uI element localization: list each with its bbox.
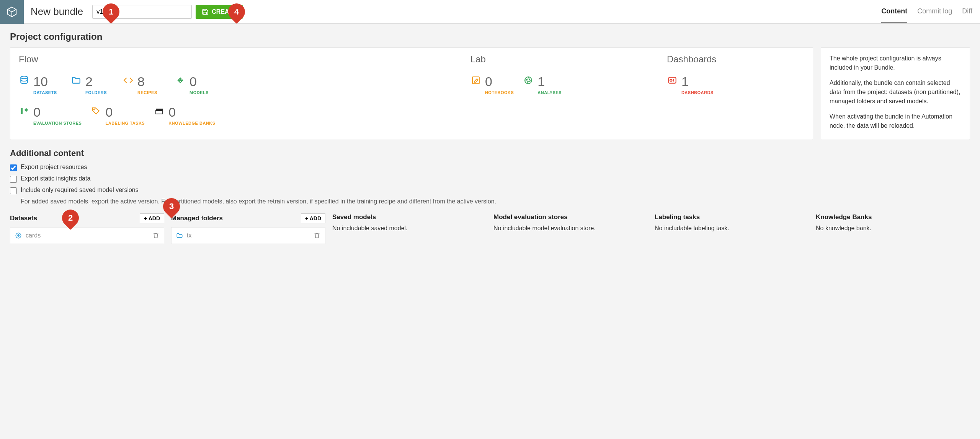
config-card: Flow 10DATASETS 2FOLDERS 8 xyxy=(10,47,813,140)
upload-icon xyxy=(15,232,22,239)
col-knowledge-empty: No knowledge bank. xyxy=(816,225,970,232)
col-models-title: Saved models xyxy=(332,213,376,221)
svg-rect-6 xyxy=(24,108,28,112)
svg-point-2 xyxy=(178,78,180,80)
content-area: Project configuration Flow 10DATASETS xyxy=(0,24,980,252)
stat-recipes: 8RECIPES xyxy=(123,75,166,95)
svg-point-4 xyxy=(180,81,181,82)
col-saved-models: Saved models No includable saved model. xyxy=(332,213,487,244)
tab-content[interactable]: Content xyxy=(881,0,907,23)
dashboard-icon xyxy=(667,75,678,86)
svg-rect-9 xyxy=(156,111,163,114)
save-icon xyxy=(202,8,209,15)
svg-rect-8 xyxy=(156,109,163,110)
svg-point-7 xyxy=(94,109,95,110)
group-lab: Lab 0NOTEBOOKS 1ANALYSES xyxy=(470,54,667,125)
header-bar: New bundle CREATE Content Commit log Dif… xyxy=(0,0,980,24)
col-knowledge: Knowledge Banks No knowledge bank. xyxy=(816,213,970,244)
add-folder-button[interactable]: + ADD xyxy=(301,213,325,223)
group-dashboards-title: Dashboards xyxy=(667,54,804,65)
col-labeling-empty: No includable labeling task. xyxy=(655,225,809,232)
checkbox-include-models-input[interactable] xyxy=(10,187,17,194)
info-card: The whole project configuration is alway… xyxy=(821,47,970,140)
group-lab-title: Lab xyxy=(470,54,667,65)
tab-diff[interactable]: Diff xyxy=(962,0,972,23)
tag-icon xyxy=(91,106,101,116)
folder-item: tx xyxy=(171,227,325,244)
tab-commit-log[interactable]: Commit log xyxy=(917,0,952,23)
edit-icon xyxy=(470,75,481,86)
eval-icon xyxy=(19,106,29,116)
stats-groups: Flow 10DATASETS 2FOLDERS 8 xyxy=(19,54,804,125)
svg-point-13 xyxy=(670,79,672,81)
info-p3: When activating the bundle in the Automa… xyxy=(830,112,961,130)
folder-icon xyxy=(71,75,82,86)
page-title: New bundle xyxy=(31,6,83,18)
svg-rect-1 xyxy=(177,77,183,83)
group-dashboards: Dashboards 1DASHBOARDS xyxy=(667,54,804,125)
col-labeling-title: Labeling tasks xyxy=(655,213,700,221)
col-eval-empty: No includable model evaluation store. xyxy=(493,225,648,232)
info-p2: Additionally, the bundle can contain sel… xyxy=(830,78,961,106)
bottom-columns: Datasets + ADD cards Managed folders + A… xyxy=(10,213,970,244)
col-folders-title: Managed folders xyxy=(171,215,223,222)
svg-point-3 xyxy=(181,78,182,80)
add-dataset-button[interactable]: + ADD xyxy=(140,213,164,223)
stat-eval-stores: 0EVALUATION STORES xyxy=(19,106,82,125)
callout-4: 4 xyxy=(225,0,248,24)
svg-point-0 xyxy=(21,76,27,79)
section-title-project-config: Project configuration xyxy=(10,31,970,42)
trash-icon[interactable] xyxy=(314,232,320,239)
folder-icon xyxy=(176,232,183,239)
section-title-additional: Additional content xyxy=(10,148,970,158)
dataset-item-label: cards xyxy=(26,232,41,239)
database-icon xyxy=(19,75,29,86)
col-knowledge-title: Knowledge Banks xyxy=(816,213,872,221)
svg-rect-5 xyxy=(21,108,23,114)
col-folders: Managed folders + ADD tx xyxy=(171,213,325,244)
folder-item-label: tx xyxy=(187,232,191,239)
stat-datasets: 10DATASETS xyxy=(19,75,62,95)
diamond-icon xyxy=(175,75,186,86)
stat-dashboards: 1DASHBOARDS xyxy=(667,75,714,95)
aperture-icon xyxy=(523,75,534,86)
col-labeling: Labeling tasks No includable labeling ta… xyxy=(655,213,809,244)
trash-icon[interactable] xyxy=(152,232,159,239)
stat-labeling: 0LABELING TASKS xyxy=(91,106,145,125)
col-datasets: Datasets + ADD cards xyxy=(10,213,164,244)
checkbox-export-insights[interactable]: Export static insights data xyxy=(10,175,970,183)
callout-1: 1 xyxy=(99,0,123,24)
dataset-item: cards xyxy=(10,227,164,244)
stat-analyses: 1ANALYSES xyxy=(523,75,566,95)
group-flow: Flow 10DATASETS 2FOLDERS 8 xyxy=(19,54,470,125)
stat-notebooks: 0NOTEBOOKS xyxy=(470,75,514,95)
checkbox-export-insights-input[interactable] xyxy=(10,176,17,183)
col-datasets-title: Datasets xyxy=(10,215,37,222)
group-flow-title: Flow xyxy=(19,54,470,65)
stat-models: 0MODELS xyxy=(175,75,218,95)
stat-folders: 2FOLDERS xyxy=(71,75,114,95)
checkbox-include-models[interactable]: Include only required saved model versio… xyxy=(10,187,970,194)
info-p1: The whole project configuration is alway… xyxy=(830,54,961,72)
bundle-icon-box xyxy=(0,0,24,24)
stat-knowledge: 0KNOWLEDGE BANKS xyxy=(154,106,215,125)
col-eval-title: Model evaluation stores xyxy=(493,213,568,221)
code-icon xyxy=(123,75,134,86)
col-models-empty: No includable saved model. xyxy=(332,225,487,232)
bank-icon xyxy=(154,106,165,116)
checkbox-export-resources[interactable]: Export project resources xyxy=(10,164,970,171)
header-tabs: Content Commit log Diff xyxy=(881,0,980,23)
col-eval-stores: Model evaluation stores No includable mo… xyxy=(493,213,648,244)
cube-icon xyxy=(6,6,18,18)
checkbox-export-resources-input[interactable] xyxy=(10,164,17,171)
svg-point-11 xyxy=(525,77,532,84)
